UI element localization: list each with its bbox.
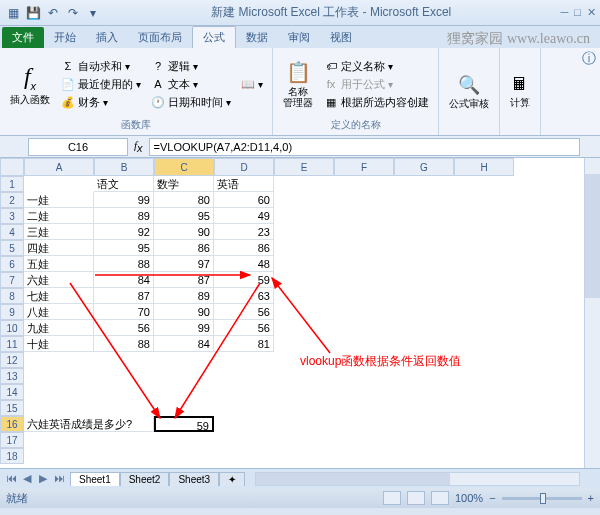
col-header-G[interactable]: G — [394, 158, 454, 176]
cell[interactable]: 90 — [154, 304, 214, 320]
cell[interactable]: 四娃 — [24, 240, 94, 256]
logical-button[interactable]: ?逻辑 ▾ — [148, 58, 234, 75]
formula-audit-button[interactable]: 🔍公式审核 — [445, 50, 493, 132]
cell[interactable]: 84 — [94, 272, 154, 288]
page-layout-view-button[interactable] — [407, 491, 425, 505]
row-header-4[interactable]: 4 — [0, 224, 24, 240]
cell[interactable]: 56 — [214, 320, 274, 336]
autosum-button[interactable]: Σ自动求和 ▾ — [58, 58, 144, 75]
cell[interactable]: 语文 — [94, 176, 154, 192]
cell[interactable]: 88 — [94, 256, 154, 272]
row-header-7[interactable]: 7 — [0, 272, 24, 288]
fx-label-icon[interactable]: fx — [134, 139, 143, 154]
col-header-A[interactable]: A — [24, 158, 94, 176]
cell[interactable]: 九娃 — [24, 320, 94, 336]
cell[interactable]: 六娃英语成绩是多少? — [24, 416, 154, 432]
cell[interactable]: 92 — [94, 224, 154, 240]
help-icon[interactable]: ⓘ — [582, 50, 596, 68]
cell[interactable]: 87 — [154, 272, 214, 288]
row-header-1[interactable]: 1 — [0, 176, 24, 192]
zoom-in-button[interactable]: + — [588, 492, 594, 504]
cell[interactable]: 70 — [94, 304, 154, 320]
cell[interactable]: 59 — [214, 272, 274, 288]
calc-button[interactable]: 🖩计算 — [506, 50, 534, 132]
tab-insert[interactable]: 插入 — [86, 27, 128, 48]
row-header-13[interactable]: 13 — [0, 368, 24, 384]
name-box[interactable]: C16 — [28, 138, 128, 156]
sheet-next-icon[interactable]: ▶ — [36, 472, 50, 485]
tab-formulas[interactable]: 公式 — [192, 26, 236, 48]
cell[interactable]: 80 — [154, 192, 214, 208]
cell[interactable]: 60 — [214, 192, 274, 208]
row-header-9[interactable]: 9 — [0, 304, 24, 320]
new-sheet-button[interactable]: ✦ — [219, 472, 245, 486]
cell[interactable]: 63 — [214, 288, 274, 304]
cell[interactable]: 十娃 — [24, 336, 94, 352]
cell[interactable]: 48 — [214, 256, 274, 272]
cell[interactable]: 86 — [214, 240, 274, 256]
row-header-17[interactable]: 17 — [0, 432, 24, 448]
zoom-level[interactable]: 100% — [455, 492, 483, 504]
col-header-H[interactable]: H — [454, 158, 514, 176]
select-all-corner[interactable] — [0, 158, 24, 176]
row-header-5[interactable]: 5 — [0, 240, 24, 256]
cell[interactable]: 八娃 — [24, 304, 94, 320]
use-in-formula-button[interactable]: fx用于公式 ▾ — [321, 76, 432, 93]
cell[interactable]: 89 — [94, 208, 154, 224]
zoom-thumb[interactable] — [540, 493, 546, 504]
horizontal-scrollbar[interactable] — [255, 472, 580, 486]
cell[interactable]: 81 — [214, 336, 274, 352]
cell[interactable]: 99 — [94, 192, 154, 208]
insert-function-button[interactable]: fx 插入函数 — [6, 50, 54, 118]
text-button[interactable]: A文本 ▾ — [148, 76, 234, 93]
row-header-15[interactable]: 15 — [0, 400, 24, 416]
tab-review[interactable]: 审阅 — [278, 27, 320, 48]
sheet-tab-2[interactable]: Sheet2 — [120, 472, 170, 486]
col-header-C[interactable]: C — [154, 158, 214, 176]
financial-button[interactable]: 💰财务 ▾ — [58, 94, 144, 111]
cell[interactable]: 95 — [154, 208, 214, 224]
col-header-E[interactable]: E — [274, 158, 334, 176]
row-header-8[interactable]: 8 — [0, 288, 24, 304]
page-break-view-button[interactable] — [431, 491, 449, 505]
tab-data[interactable]: 数据 — [236, 27, 278, 48]
row-header-10[interactable]: 10 — [0, 320, 24, 336]
sheet-first-icon[interactable]: ⏮ — [4, 472, 18, 485]
cell[interactable]: 59 — [154, 416, 214, 432]
redo-icon[interactable]: ↷ — [64, 4, 82, 22]
sheet-last-icon[interactable]: ⏭ — [52, 472, 66, 485]
datetime-button[interactable]: 🕐日期和时间 ▾ — [148, 94, 234, 111]
cell[interactable]: 86 — [154, 240, 214, 256]
cell[interactable]: 88 — [94, 336, 154, 352]
row-header-2[interactable]: 2 — [0, 192, 24, 208]
more-fn-button[interactable]: 📖▾ — [238, 76, 266, 92]
cell[interactable]: 99 — [154, 320, 214, 336]
cell[interactable]: 六娃 — [24, 272, 94, 288]
row-header-16[interactable]: 16 — [0, 416, 24, 432]
sheet-tab-3[interactable]: Sheet3 — [169, 472, 219, 486]
row-header-12[interactable]: 12 — [0, 352, 24, 368]
cell[interactable]: 23 — [214, 224, 274, 240]
formula-bar[interactable]: =VLOOKUP(A7,A2:D11,4,0) — [149, 138, 580, 156]
cell[interactable]: 87 — [94, 288, 154, 304]
maximize-button[interactable]: □ — [574, 6, 581, 19]
cell[interactable]: 97 — [154, 256, 214, 272]
tab-view[interactable]: 视图 — [320, 27, 362, 48]
cell[interactable]: 英语 — [214, 176, 274, 192]
minimize-button[interactable]: ─ — [561, 6, 569, 19]
tab-file[interactable]: 文件 — [2, 27, 44, 48]
create-from-selection-button[interactable]: ▦根据所选内容创建 — [321, 94, 432, 111]
sheet-prev-icon[interactable]: ◀ — [20, 472, 34, 485]
tab-home[interactable]: 开始 — [44, 27, 86, 48]
recent-button[interactable]: 📄最近使用的 ▾ — [58, 76, 144, 93]
cell[interactable]: 56 — [94, 320, 154, 336]
row-header-3[interactable]: 3 — [0, 208, 24, 224]
cell[interactable]: 二娃 — [24, 208, 94, 224]
cell[interactable]: 数学 — [154, 176, 214, 192]
define-name-button[interactable]: 🏷定义名称 ▾ — [321, 58, 432, 75]
save-icon[interactable]: 💾 — [24, 4, 42, 22]
name-manager-button[interactable]: 📋 名称 管理器 — [279, 50, 317, 118]
hscroll-thumb[interactable] — [256, 473, 450, 485]
cell[interactable]: 90 — [154, 224, 214, 240]
undo-icon[interactable]: ↶ — [44, 4, 62, 22]
